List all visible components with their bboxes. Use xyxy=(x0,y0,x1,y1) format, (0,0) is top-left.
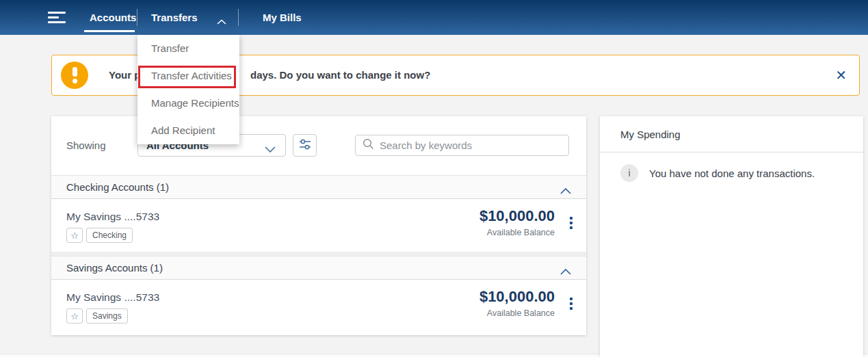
section-header-savings[interactable]: Savings Accounts (1) xyxy=(51,256,586,280)
favorite-star-icon[interactable]: ☆ xyxy=(66,228,83,243)
active-tab-underline xyxy=(84,30,135,32)
menu-item-transfer[interactable]: Transfer xyxy=(137,35,239,62)
showing-label: Showing xyxy=(66,134,106,157)
search-input[interactable] xyxy=(380,140,562,151)
sliders-icon xyxy=(298,138,312,153)
alert-text-right: days. Do you want to change it now? xyxy=(250,55,430,95)
info-icon: i xyxy=(620,164,638,182)
account-badges: ☆ Checking xyxy=(66,228,133,243)
close-icon[interactable]: ✕ xyxy=(835,55,847,95)
balance-label: Available Balance xyxy=(487,308,555,318)
account-row: My Savings ....5733 ☆ Checking $10,000.0… xyxy=(51,199,586,252)
account-type-badge: Checking xyxy=(86,228,133,243)
menu-item-add-recipient[interactable]: Add Recipient xyxy=(137,117,239,144)
hamburger-icon[interactable] xyxy=(48,12,67,23)
transfers-dropdown-menu: Transfer Transfer Activities Manage Reci… xyxy=(137,35,239,144)
account-badges: ☆ Savings xyxy=(66,308,128,323)
top-navbar: Accounts Transfers My Bills xyxy=(0,0,868,35)
account-name[interactable]: My Savings ....5733 xyxy=(66,211,159,223)
account-row: My Savings ....5733 ☆ Savings $10,000.00… xyxy=(51,280,586,335)
search-box xyxy=(355,135,569,156)
nav-divider xyxy=(238,9,239,26)
account-balance: $10,000.00 xyxy=(479,207,555,225)
filter-settings-button[interactable] xyxy=(293,134,317,157)
balance-label: Available Balance xyxy=(487,228,555,237)
exclamation-icon xyxy=(61,62,88,89)
nav-tab-my-bills[interactable]: My Bills xyxy=(263,0,302,35)
account-balance: $10,000.00 xyxy=(479,288,555,306)
section-title: Savings Accounts (1) xyxy=(51,256,586,279)
spending-empty-message: You have not done any transactions. xyxy=(649,168,815,179)
chevron-up-icon[interactable] xyxy=(560,185,571,197)
spending-title: My Spending xyxy=(620,129,681,140)
section-header-checking[interactable]: Checking Accounts (1) xyxy=(51,175,586,199)
kebab-menu-icon[interactable] xyxy=(568,296,574,311)
accounts-list-card: Showing All Accounts Checking Accounts ( xyxy=(51,116,586,335)
section-title: Checking Accounts (1) xyxy=(51,176,586,198)
chevron-up-icon[interactable] xyxy=(560,265,571,278)
account-name[interactable]: My Savings ....5733 xyxy=(66,291,159,304)
account-type-badge: Savings xyxy=(86,308,128,323)
nav-tab-transfers[interactable]: Transfers xyxy=(151,0,198,35)
menu-item-manage-recipients[interactable]: Manage Recipients xyxy=(137,90,239,117)
favorite-star-icon[interactable]: ☆ xyxy=(66,308,83,323)
nav-divider xyxy=(137,9,137,26)
chevron-down-icon xyxy=(265,143,276,155)
kebab-menu-icon[interactable] xyxy=(568,215,574,230)
search-icon xyxy=(363,138,374,153)
chevron-up-icon xyxy=(217,15,226,27)
menu-item-transfer-activities[interactable]: Transfer Activities xyxy=(137,62,239,90)
divider xyxy=(600,152,863,153)
my-spending-card: My Spending i You have not done any tran… xyxy=(600,116,863,357)
